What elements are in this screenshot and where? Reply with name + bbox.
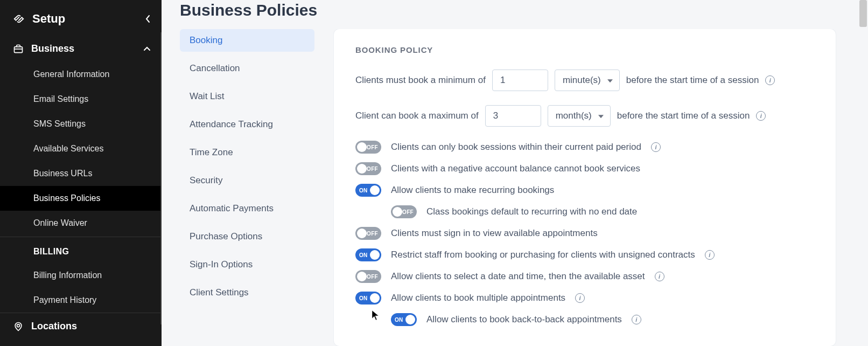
- nav-billing-information[interactable]: Billing Information: [0, 263, 162, 288]
- tab-attendance-tracking[interactable]: Attendance Tracking: [180, 113, 314, 136]
- toggle-label: Class bookings default to recurring with…: [426, 206, 637, 217]
- toggle-label: Allow clients to book back-to-back appoi…: [426, 314, 622, 325]
- toggle-switch[interactable]: OFF: [355, 227, 381, 240]
- policy-tabs: Booking Cancellation Wait List Attendanc…: [180, 29, 314, 346]
- toggle-row: ONRestrict staff from booking or purchas…: [355, 248, 814, 261]
- min-book-value[interactable]: [492, 70, 548, 91]
- toggle-list: OFFClients can only book sessions within…: [355, 141, 814, 326]
- toggle-row: OFFClass bookings default to recurring w…: [355, 205, 814, 218]
- nav-section-locations[interactable]: Locations: [0, 313, 162, 340]
- toggle-state-text: OFF: [402, 209, 414, 215]
- info-icon[interactable]: [651, 142, 661, 152]
- toggle-state-text: OFF: [367, 166, 378, 172]
- max-book-value[interactable]: [485, 105, 541, 127]
- tab-security[interactable]: Security: [180, 169, 314, 192]
- toggle-row: ONAllow clients to book back-to-back app…: [355, 313, 814, 326]
- toggle-label: Clients must sign in to view available a…: [391, 228, 598, 239]
- sidebar: Setup Business General Information Email…: [0, 0, 162, 346]
- toggle-state-text: ON: [359, 188, 368, 193]
- toggle-state-text: OFF: [367, 144, 378, 150]
- info-icon[interactable]: [705, 250, 715, 260]
- toggle-knob: [370, 250, 380, 260]
- briefcase-icon: [13, 44, 24, 54]
- toggle-state-text: ON: [359, 295, 368, 301]
- toggle-label: Allow clients to make recurring bookings: [391, 185, 554, 196]
- nav-payment-history[interactable]: Payment History: [0, 288, 162, 313]
- tab-purchase-options[interactable]: Purchase Options: [180, 225, 314, 248]
- tab-booking[interactable]: Booking: [180, 29, 314, 52]
- sidebar-title: Setup: [32, 12, 65, 26]
- nav-email-settings[interactable]: Email Settings: [0, 87, 162, 112]
- max-book-pre: Client can book a maximum of: [355, 110, 479, 121]
- max-book-row: Client can book a maximum of month(s) be…: [355, 105, 814, 127]
- tab-cancellation[interactable]: Cancellation: [180, 57, 314, 80]
- toggle-switch[interactable]: ON: [391, 313, 417, 326]
- nav-business-policies[interactable]: Business Policies: [0, 186, 162, 211]
- max-book-unit: month(s): [556, 110, 592, 121]
- min-book-row: Clients must book a minimum of minute(s)…: [355, 70, 814, 91]
- content-row: Booking Cancellation Wait List Attendanc…: [162, 29, 868, 346]
- info-icon[interactable]: [655, 272, 664, 281]
- tab-automatic-payments[interactable]: Automatic Payments: [180, 197, 314, 220]
- toggle-switch[interactable]: ON: [355, 184, 381, 197]
- nav-section-business-label: Business: [31, 43, 74, 54]
- max-book-post: before the start time of a session: [617, 110, 750, 121]
- tab-client-settings[interactable]: Client Settings: [180, 281, 314, 304]
- toggle-knob: [393, 207, 402, 217]
- booking-policy-panel: BOOKING POLICY Clients must book a minim…: [334, 29, 836, 346]
- outer-scrollbar-thumb[interactable]: [859, 0, 867, 27]
- info-icon[interactable]: [575, 293, 585, 303]
- info-icon[interactable]: [765, 75, 775, 85]
- svg-rect-0: [15, 46, 23, 52]
- toggle-label: Clients with a negative account balance …: [391, 163, 640, 174]
- nav-sms-settings[interactable]: SMS Settings: [0, 112, 162, 136]
- sidebar-scroll-track: [160, 32, 162, 324]
- max-book-unit-select[interactable]: month(s): [548, 105, 611, 127]
- min-book-pre: Clients must book a minimum of: [355, 75, 486, 86]
- tab-wait-list[interactable]: Wait List: [180, 85, 314, 108]
- chevron-up-icon: [143, 46, 151, 51]
- toggle-knob: [357, 229, 367, 238]
- toggle-label: Allow clients to select a date and time,…: [391, 271, 645, 282]
- toggle-row: OFFAllow clients to select a date and ti…: [355, 270, 814, 283]
- toggle-knob: [370, 293, 380, 303]
- nav-business-urls[interactable]: Business URLs: [0, 161, 162, 186]
- toggle-row: ONAllow clients to make recurring bookin…: [355, 184, 814, 197]
- toggle-knob: [357, 164, 367, 174]
- toggle-state-text: OFF: [367, 274, 378, 280]
- chevron-left-icon[interactable]: [145, 15, 151, 23]
- info-icon[interactable]: [632, 315, 641, 324]
- toggle-row: OFFClients can only book sessions within…: [355, 141, 814, 154]
- toggle-row: OFFClients must sign in to view availabl…: [355, 227, 814, 240]
- toggle-switch[interactable]: OFF: [355, 270, 381, 283]
- toggle-knob: [405, 315, 415, 324]
- nav-billing-heading: BILLING: [0, 237, 162, 263]
- toggle-label: Allow clients to book multiple appointme…: [391, 293, 565, 303]
- toggle-switch[interactable]: ON: [355, 248, 381, 261]
- main-area: Business Policies Booking Cancellation W…: [162, 0, 868, 346]
- info-icon[interactable]: [756, 111, 766, 121]
- toggle-switch[interactable]: OFF: [391, 205, 417, 218]
- min-book-unit-select[interactable]: minute(s): [555, 70, 620, 91]
- page-title: Business Policies: [162, 1, 868, 29]
- nav-section-locations-label: Locations: [31, 321, 77, 332]
- nav-general-information[interactable]: General Information: [0, 62, 162, 87]
- toggle-knob: [370, 185, 380, 195]
- toggle-switch[interactable]: OFF: [355, 162, 381, 175]
- nav-online-waiver[interactable]: Online Waiver: [0, 211, 162, 236]
- svg-point-1: [17, 324, 20, 327]
- toggle-label: Clients can only book sessions within th…: [391, 142, 641, 153]
- toggle-switch[interactable]: OFF: [355, 141, 381, 154]
- nav-section-business[interactable]: Business: [0, 36, 162, 62]
- location-pin-icon: [13, 321, 24, 332]
- toggle-label: Restrict staff from booking or purchasin…: [391, 250, 695, 260]
- toggle-switch[interactable]: ON: [355, 292, 381, 305]
- tab-sign-in-options[interactable]: Sign-In Options: [180, 253, 314, 276]
- setup-icon: [13, 13, 25, 25]
- toggle-row: OFFClients with a negative account balan…: [355, 162, 814, 175]
- tab-time-zone[interactable]: Time Zone: [180, 141, 314, 164]
- min-book-unit: minute(s): [563, 75, 601, 86]
- toggle-state-text: ON: [395, 317, 403, 323]
- nav-available-services[interactable]: Available Services: [0, 136, 162, 161]
- toggle-knob: [357, 272, 367, 281]
